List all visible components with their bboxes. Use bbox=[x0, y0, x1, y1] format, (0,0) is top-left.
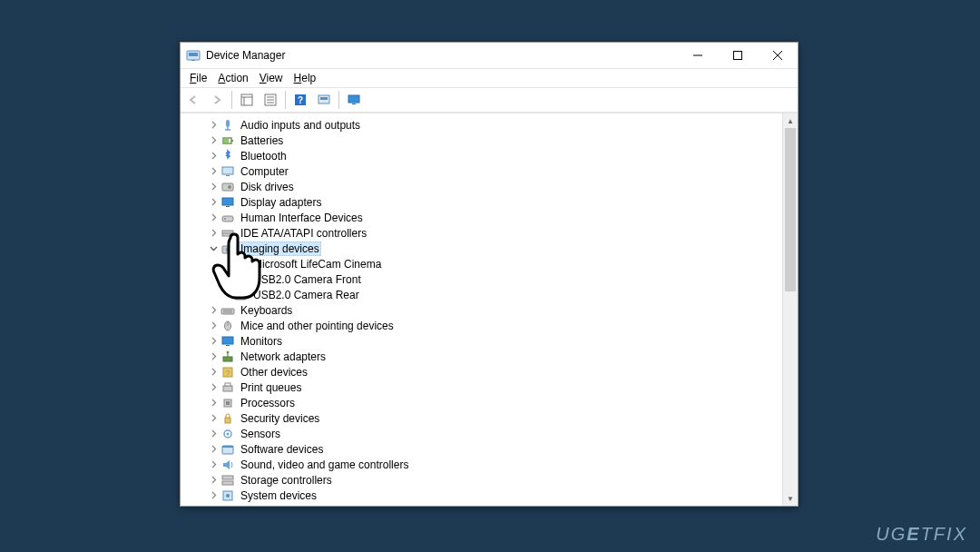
svg-rect-17 bbox=[320, 97, 328, 100]
device-tree[interactable]: Audio inputs and outputsBatteriesBluetoo… bbox=[181, 113, 782, 506]
expand-icon[interactable] bbox=[208, 429, 219, 439]
svg-rect-7 bbox=[241, 94, 252, 105]
forward-button[interactable] bbox=[206, 89, 228, 111]
tree-item[interactable]: Software devices bbox=[199, 441, 782, 457]
tree-item[interactable]: Bluetooth bbox=[199, 148, 782, 163]
battery-icon bbox=[220, 133, 235, 148]
tree-item[interactable]: Disk drives bbox=[199, 179, 782, 194]
tree-item[interactable]: Batteries bbox=[199, 133, 782, 148]
expand-icon[interactable] bbox=[208, 166, 219, 177]
expand-icon[interactable] bbox=[208, 182, 219, 192]
tree-child-item[interactable]: USB2.0 Camera Front bbox=[199, 271, 782, 287]
expand-icon[interactable] bbox=[208, 382, 219, 393]
computer-icon bbox=[220, 164, 235, 179]
scroll-down-button[interactable]: ▼ bbox=[783, 491, 798, 506]
tree-item-label: Batteries bbox=[239, 134, 285, 147]
svg-rect-28 bbox=[222, 198, 233, 205]
svg-rect-4 bbox=[734, 52, 742, 60]
tree-item[interactable]: IDE ATA/ATAPI controllers bbox=[199, 225, 782, 241]
svg-rect-36 bbox=[230, 244, 232, 246]
monitor-button[interactable] bbox=[343, 89, 365, 111]
expand-icon[interactable] bbox=[208, 475, 219, 486]
tree-item-label: Audio inputs and outputs bbox=[239, 119, 362, 132]
minimize-button[interactable] bbox=[678, 43, 718, 68]
expand-icon[interactable] bbox=[208, 120, 219, 131]
expand-icon[interactable] bbox=[208, 459, 219, 470]
svg-rect-22 bbox=[231, 140, 233, 142]
expand-icon[interactable] bbox=[208, 320, 219, 331]
storage-icon bbox=[220, 473, 235, 488]
tree-item[interactable]: Sound, video and game controllers bbox=[199, 457, 782, 472]
properties-button[interactable] bbox=[260, 89, 281, 111]
scan-hardware-button[interactable] bbox=[313, 89, 335, 111]
expand-icon[interactable] bbox=[208, 444, 219, 455]
tree-item[interactable]: Monitors bbox=[199, 333, 782, 349]
software-icon bbox=[220, 442, 235, 457]
expand-icon[interactable] bbox=[208, 135, 219, 146]
scroll-up-button[interactable]: ▲ bbox=[783, 113, 798, 128]
expand-icon[interactable] bbox=[208, 212, 219, 223]
tree-item[interactable]: Human Interface Devices bbox=[199, 210, 782, 225]
tree-item[interactable]: Keyboards bbox=[199, 302, 782, 318]
expand-icon[interactable] bbox=[208, 398, 219, 409]
expand-icon[interactable] bbox=[208, 151, 219, 162]
tree-item[interactable]: Security devices bbox=[199, 410, 782, 426]
tree-item-label: Sensors bbox=[239, 428, 282, 440]
tree-item[interactable]: Processors bbox=[199, 395, 782, 410]
maximize-button[interactable] bbox=[718, 43, 758, 68]
sound-icon bbox=[220, 458, 235, 472]
tree-item[interactable]: Imaging devices bbox=[199, 241, 782, 256]
tree-item-label: Storage controllers bbox=[239, 474, 334, 487]
bluetooth-icon bbox=[220, 149, 235, 163]
tree-item-label: System devices bbox=[239, 489, 318, 502]
camera-icon bbox=[233, 272, 248, 287]
expand-icon[interactable] bbox=[208, 490, 219, 501]
svg-point-55 bbox=[227, 350, 230, 353]
menu-view[interactable]: View bbox=[254, 71, 289, 85]
tree-item[interactable]: Display adapters bbox=[199, 194, 782, 210]
tree-child-item[interactable]: Microsoft LifeCam Cinema bbox=[199, 256, 782, 271]
tree-item[interactable]: Network adapters bbox=[199, 349, 782, 364]
tree-item-label: Mice and other pointing devices bbox=[239, 320, 396, 332]
tree-item[interactable]: Computer bbox=[199, 163, 782, 179]
help-button[interactable]: ? bbox=[289, 89, 311, 111]
back-button[interactable] bbox=[182, 89, 204, 111]
expand-icon[interactable] bbox=[208, 367, 219, 378]
expand-icon[interactable] bbox=[208, 413, 219, 424]
menu-help[interactable]: Help bbox=[289, 71, 322, 85]
vertical-scrollbar[interactable]: ▲ ▼ bbox=[782, 113, 798, 506]
expand-icon[interactable] bbox=[208, 351, 219, 362]
tree-item-label: USB2.0 Camera Front bbox=[251, 273, 363, 286]
expand-icon[interactable] bbox=[208, 305, 219, 316]
other-icon: ? bbox=[220, 365, 235, 380]
show-hide-tree-button[interactable] bbox=[236, 89, 258, 111]
tree-item[interactable]: Print queues bbox=[199, 380, 782, 395]
menu-action[interactable]: Action bbox=[212, 71, 253, 85]
expand-icon[interactable] bbox=[208, 506, 219, 507]
expand-icon[interactable] bbox=[208, 336, 219, 347]
close-button[interactable] bbox=[758, 43, 798, 68]
tree-item[interactable]: Sensors bbox=[199, 426, 782, 441]
tree-child-item[interactable]: USB2.0 Camera Rear bbox=[199, 287, 782, 302]
tree-item[interactable]: System devices bbox=[199, 488, 782, 503]
tree-item[interactable]: Audio inputs and outputs bbox=[199, 117, 782, 133]
tree-item[interactable]: Storage controllers bbox=[199, 472, 782, 488]
svg-point-70 bbox=[226, 494, 230, 498]
scroll-thumb[interactable] bbox=[785, 128, 796, 291]
expand-icon[interactable] bbox=[208, 197, 219, 208]
watermark: UGETFIX bbox=[876, 524, 967, 545]
camera-icon bbox=[233, 288, 248, 302]
camera-icon bbox=[233, 257, 248, 271]
menu-file[interactable]: File bbox=[184, 71, 212, 85]
tree-item-label: IDE ATA/ATAPI controllers bbox=[239, 227, 368, 240]
tree-item[interactable]: ?Other devices bbox=[199, 364, 782, 380]
expand-icon[interactable] bbox=[208, 228, 219, 239]
tree-item[interactable]: Universal Serial Bus controllers bbox=[199, 503, 782, 506]
tree-item-label: Security devices bbox=[239, 412, 321, 425]
svg-point-64 bbox=[227, 432, 230, 435]
collapse-icon[interactable] bbox=[208, 243, 219, 254]
svg-rect-58 bbox=[223, 386, 232, 391]
tree-item[interactable]: Mice and other pointing devices bbox=[199, 318, 782, 333]
ide-icon bbox=[220, 226, 235, 241]
tree-item-label: Processors bbox=[239, 397, 297, 409]
